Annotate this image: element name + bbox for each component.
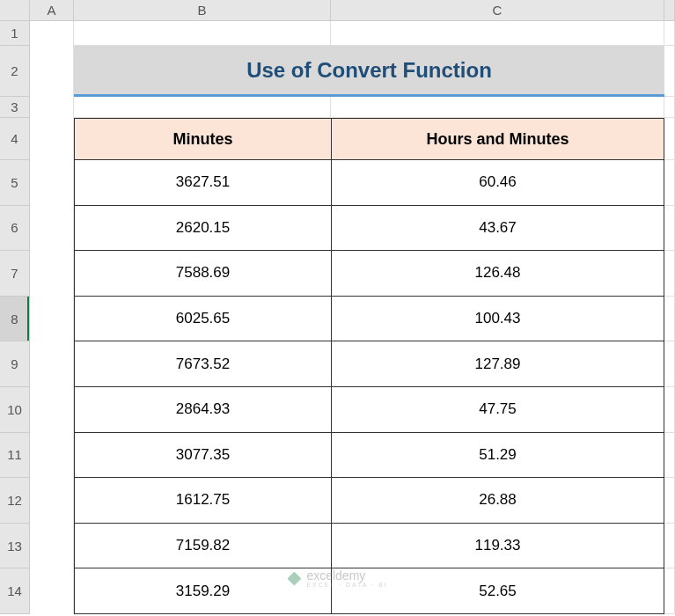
row-header-8[interactable]: 8: [0, 297, 30, 342]
cell-b3[interactable]: [74, 97, 331, 118]
cell-a7[interactable]: [30, 251, 74, 297]
table-row[interactable]: 2864.93: [74, 387, 331, 433]
table-row[interactable]: 51.29: [331, 433, 664, 479]
row-header-2[interactable]: 2: [0, 46, 30, 97]
row-header-12[interactable]: 12: [0, 478, 30, 524]
table-row[interactable]: 47.75: [331, 387, 664, 433]
row-header-9[interactable]: 9: [0, 341, 30, 387]
cell-d3[interactable]: [664, 97, 675, 118]
table-row[interactable]: 3077.35: [74, 433, 331, 479]
row-header-13[interactable]: 13: [0, 524, 30, 569]
cell-d13[interactable]: [664, 524, 675, 569]
cell-d6[interactable]: [664, 206, 675, 252]
table-row[interactable]: 119.33: [331, 524, 664, 569]
row-header-14[interactable]: 14: [0, 568, 30, 614]
row-header-5[interactable]: 5: [0, 160, 30, 206]
table-row[interactable]: 7588.69: [74, 251, 331, 297]
table-row[interactable]: 7673.52: [74, 341, 331, 387]
cell-a13[interactable]: [30, 524, 74, 569]
cell-d11[interactable]: [664, 433, 675, 479]
cell-d10[interactable]: [664, 387, 675, 433]
cell-c1[interactable]: [331, 21, 664, 46]
cell-a11[interactable]: [30, 433, 74, 479]
col-header-a[interactable]: A: [30, 0, 74, 21]
cell-d12[interactable]: [664, 478, 675, 524]
cell-c3[interactable]: [331, 97, 664, 118]
watermark-name: exceldemy: [306, 569, 387, 582]
cell-d14[interactable]: [664, 568, 675, 614]
select-all-corner[interactable]: [0, 0, 30, 21]
cell-a3[interactable]: [30, 97, 74, 118]
cell-a10[interactable]: [30, 387, 74, 433]
cell-d8[interactable]: [664, 297, 675, 342]
row-header-3[interactable]: 3: [0, 97, 30, 118]
table-row[interactable]: 7159.82: [74, 524, 331, 569]
table-header-minutes[interactable]: Minutes: [74, 118, 331, 160]
row-header-11[interactable]: 11: [0, 433, 30, 479]
watermark-text: exceldemy EXCEL · DATA · BI: [306, 569, 387, 588]
table-row[interactable]: 1612.75: [74, 478, 331, 524]
cell-a2[interactable]: [30, 46, 74, 97]
row-header-7[interactable]: 7: [0, 251, 30, 297]
table-header-hours[interactable]: Hours and Minutes: [331, 118, 664, 160]
row-header-1[interactable]: 1: [0, 21, 30, 46]
cell-a5[interactable]: [30, 160, 74, 206]
table-row[interactable]: 100.43: [331, 297, 664, 342]
cell-a8[interactable]: [30, 297, 74, 342]
cell-a12[interactable]: [30, 478, 74, 524]
cell-a14[interactable]: [30, 568, 74, 614]
watermark-icon: [287, 572, 301, 586]
table-row[interactable]: 60.46: [331, 160, 664, 206]
cell-d2[interactable]: [664, 46, 675, 97]
cell-a6[interactable]: [30, 206, 74, 252]
cell-d4[interactable]: [664, 118, 675, 160]
table-row[interactable]: 2620.15: [74, 206, 331, 252]
cell-a4[interactable]: [30, 118, 74, 160]
cell-d1[interactable]: [664, 21, 675, 46]
col-header-end: [664, 0, 675, 21]
cell-d7[interactable]: [664, 251, 675, 297]
cell-d9[interactable]: [664, 341, 675, 387]
table-row[interactable]: 43.67: [331, 206, 664, 252]
table-row[interactable]: 127.89: [331, 341, 664, 387]
watermark-tagline: EXCEL · DATA · BI: [306, 582, 387, 588]
spreadsheet-grid: A B C 1 2 Use of Convert Function 3 4 Mi…: [0, 0, 675, 614]
cell-d5[interactable]: [664, 160, 675, 206]
cell-a1[interactable]: [30, 21, 74, 46]
cell-a9[interactable]: [30, 341, 74, 387]
table-row[interactable]: 3627.51: [74, 160, 331, 206]
table-row[interactable]: 26.88: [331, 478, 664, 524]
row-header-10[interactable]: 10: [0, 387, 30, 433]
cell-b1[interactable]: [74, 21, 331, 46]
title-cell[interactable]: Use of Convert Function: [74, 46, 664, 97]
col-header-c[interactable]: C: [331, 0, 664, 21]
watermark: exceldemy EXCEL · DATA · BI: [287, 569, 387, 588]
table-row[interactable]: 126.48: [331, 251, 664, 297]
table-row[interactable]: 6025.65: [74, 297, 331, 342]
row-header-6[interactable]: 6: [0, 206, 30, 252]
row-header-4[interactable]: 4: [0, 118, 30, 160]
col-header-b[interactable]: B: [74, 0, 331, 21]
